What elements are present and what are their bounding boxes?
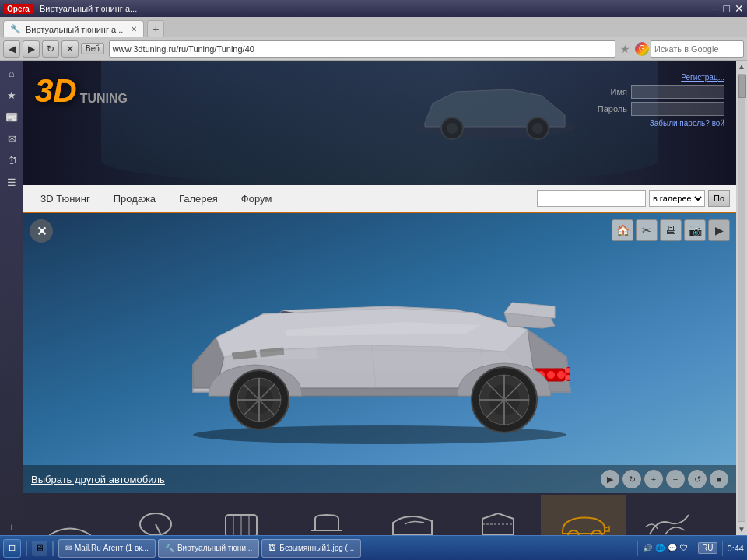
scroll-up-arrow[interactable]: ▲ <box>738 61 745 72</box>
content-area: 3D TUNING <box>23 61 736 535</box>
site-wrapper: 3D TUNING <box>23 61 736 535</box>
part-icon-air-top <box>298 503 356 536</box>
speaker-icon: 🔊 <box>643 544 652 552</box>
part-icon-tint <box>469 503 528 536</box>
viewer-print-btn[interactable]: 🖶 <box>660 219 682 241</box>
rot-stop-btn[interactable]: ■ <box>710 470 728 488</box>
network-icon: 🌐 <box>655 544 665 552</box>
language-badge[interactable]: RU <box>698 542 717 554</box>
scroll-down-arrow[interactable]: ▼ <box>738 523 745 535</box>
part-item-hood-air[interactable]: Воздух капота <box>370 495 455 536</box>
url-text: www.3dtuning.ru/ru/Tuning/Tuning/40 <box>113 44 254 54</box>
password-label: Пароль <box>592 104 627 114</box>
svg-point-9 <box>557 371 565 379</box>
sidebar-mail[interactable]: ✉ <box>3 130 20 147</box>
viewer-close-btn[interactable]: ✕ <box>30 219 53 243</box>
clock-display: 0:44 <box>728 544 744 553</box>
part-icon-mirrors <box>127 503 185 536</box>
forward-btn[interactable]: ▶ <box>23 40 40 58</box>
rot-play-btn[interactable]: ▶ <box>601 470 619 488</box>
taskbar-image[interactable]: 🖼 Безымянный1.jpg (... <box>261 539 361 558</box>
taskbar-mailru[interactable]: ✉ Mail.Ru Агент (1 вк... <box>58 539 156 558</box>
mailru-icon: ✉ <box>65 544 72 552</box>
nav-sales[interactable]: Продажа <box>103 188 167 209</box>
part-item-packages[interactable]: Пакеты <box>541 495 626 536</box>
back-btn[interactable]: ◀ <box>3 40 20 58</box>
rot-zoom-in-btn[interactable]: + <box>644 470 663 488</box>
sidebar-feeds[interactable]: 📰 <box>3 108 20 125</box>
minimize-btn[interactable]: ─ <box>711 2 719 15</box>
choose-car-btn[interactable]: Выбрать другой автомобиль <box>31 474 165 485</box>
viewer-more-btn[interactable]: ▶ <box>708 219 730 241</box>
start-button[interactable]: ⊞ <box>3 539 21 558</box>
login-row: Имя <box>592 85 724 99</box>
svg-point-8 <box>547 371 555 379</box>
opera-logo: Opera <box>3 4 33 14</box>
reload-btn[interactable]: ↻ <box>42 40 59 58</box>
nav-search-input[interactable] <box>537 190 646 207</box>
login-input[interactable] <box>631 85 724 99</box>
bookmark-star[interactable]: ★ <box>620 43 630 55</box>
scroll-track[interactable] <box>738 74 745 522</box>
nav-3d-tuning[interactable]: 3D Тюнинг <box>30 188 101 209</box>
taskbar-3dtuning[interactable]: 🔧 Виртуальный тюни... <box>158 539 259 558</box>
rot-zoom-out-btn[interactable]: − <box>666 470 685 488</box>
sidebar-bookmarks[interactable]: ★ <box>3 86 20 103</box>
active-tab[interactable]: 🔧 Виртуальный тюнинг а... ✕ <box>3 20 144 37</box>
nav-forum[interactable]: Форум <box>230 188 283 209</box>
part-item-aerography[interactable]: Аэрография <box>626 495 712 536</box>
tab-close-btn[interactable]: ✕ <box>131 25 137 33</box>
maximize-btn[interactable]: □ <box>724 2 730 15</box>
tab-favicon: 🔧 <box>10 24 21 34</box>
svg-point-3 <box>447 123 458 134</box>
password-input[interactable] <box>631 102 724 116</box>
viewer-edit-btn[interactable]: ✂ <box>636 219 658 241</box>
taskbar-apps: ✉ Mail.Ru Агент (1 вк... 🔧 Виртуальный т… <box>58 539 635 558</box>
mailru-label: Mail.Ru Агент (1 вк... <box>75 544 149 552</box>
sidebar-history[interactable]: ⏱ <box>3 152 20 169</box>
tuning-viewer: 🏠 ✂ 🖶 📷 ▶ ✕ <box>23 213 736 493</box>
car-svg <box>131 244 629 446</box>
reg-link[interactable]: Регистрац... <box>681 73 724 82</box>
opera-sidebar: ⌂ ★ 📰 ✉ ⏱ ☰ + <box>0 61 23 535</box>
stop-btn[interactable]: ✕ <box>61 40 79 58</box>
forgot-link[interactable]: Забыли пароль? <box>650 119 710 128</box>
web-badge: Веб <box>81 43 104 54</box>
viewer-camera-btn[interactable]: 📷 <box>684 219 706 241</box>
nav-search-btn[interactable]: По <box>708 190 730 207</box>
part-item-mirrors[interactable]: Зеркала <box>113 495 198 536</box>
svg-point-11 <box>566 368 570 373</box>
sidebar-widgets[interactable]: ☰ <box>3 173 20 191</box>
nav-gallery[interactable]: Галерея <box>168 188 229 209</box>
part-icon-hood-air <box>384 503 442 536</box>
part-item-bumper[interactable]: ...ыльа <box>27 495 113 536</box>
image-icon: 🖼 <box>268 544 276 552</box>
part-item-radiator[interactable]: Радиатор <box>198 495 284 536</box>
rot-cw-btn[interactable]: ↻ <box>622 470 641 488</box>
logo-3d: 3D <box>35 72 77 110</box>
nav-search-select[interactable]: в галерее <box>649 190 705 207</box>
sidebar-speed-dial[interactable]: ⌂ <box>3 65 20 82</box>
logo-tuning: TUNING <box>80 92 128 106</box>
login-link[interactable]: вой <box>712 119 724 128</box>
address-bar[interactable]: www.3dtuning.ru/ru/Tuning/Tuning/40 <box>109 40 615 58</box>
tab-bar: 🔧 Виртуальный тюнинг а... ✕ + <box>0 17 747 37</box>
tuning-icon: 🔧 <box>165 544 174 552</box>
browser-body: ⌂ ★ 📰 ✉ ⏱ ☰ + <box>0 61 747 535</box>
sidebar-add[interactable]: + <box>3 518 20 535</box>
scroll-v-thumb[interactable] <box>738 75 746 98</box>
rot-ccw-btn[interactable]: ↺ <box>688 470 707 488</box>
part-item-air-top[interactable]: Воздух верхний <box>284 495 370 536</box>
new-tab-btn[interactable]: + <box>147 20 164 37</box>
windows-logo: ⊞ <box>9 543 16 553</box>
close-btn[interactable]: ✕ <box>735 2 744 15</box>
antivirus-icon: 🛡 <box>680 544 688 552</box>
title-bar: Opera Виртуальный тюнинг а... ─ □ ✕ <box>0 0 747 17</box>
part-icon-radiator <box>212 503 271 536</box>
viewer-controls-top: 🏠 ✂ 🖶 📷 ▶ <box>612 219 730 241</box>
show-desktop-btn[interactable]: 🖥 <box>32 541 47 556</box>
part-item-tint[interactable]: Тонировка стекол <box>455 495 541 536</box>
search-input[interactable] <box>651 40 744 58</box>
viewer-home-btn[interactable]: 🏠 <box>612 219 633 241</box>
header-car-right <box>409 72 580 166</box>
